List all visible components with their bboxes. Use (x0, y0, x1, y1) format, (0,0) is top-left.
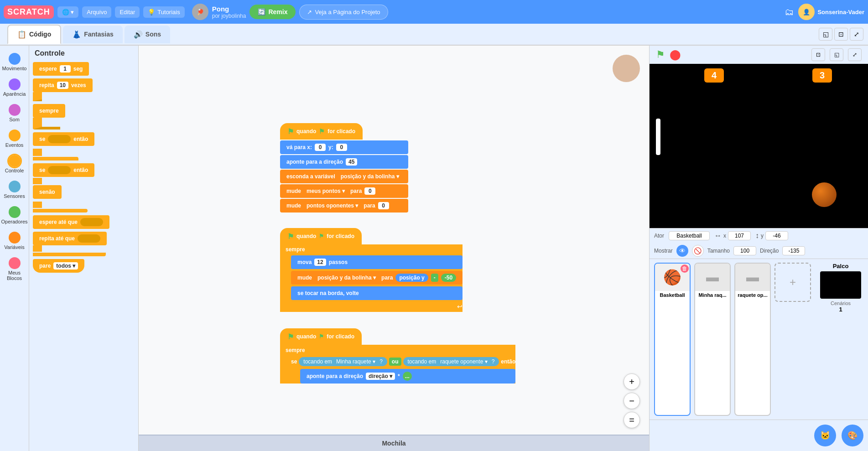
sidebar-label-eventos: Eventos (5, 142, 24, 148)
project-author: por joybolinha (212, 13, 246, 19)
sidebar-label-sensores: Sensores (4, 193, 25, 199)
shrink-stage-button[interactable]: ⊡ (834, 28, 848, 41)
sidebar-item-aparencia[interactable]: Aparência (1, 76, 28, 99)
controle-dot (9, 155, 21, 167)
block-se-entao-2[interactable]: se então (33, 163, 135, 177)
editar-button[interactable]: Editar (115, 6, 140, 18)
script-group-1: ⚑ quando ⚑ for clicado vá para x: 0 y: 0… (280, 123, 408, 213)
cmd-mude-posicao[interactable]: mude posição y da bolinha ▾ para posição… (291, 271, 463, 285)
cmd-esconda-variavel[interactable]: esconda a variável posição y da bolinha … (280, 170, 408, 183)
user-name: Sonserina-Vader (817, 9, 864, 16)
project-name-area: 🏓 Pong por joybolinha (192, 4, 246, 20)
stage-small-button[interactable]: ⊡ (811, 48, 825, 61)
sidebar-label-operadores: Operadores (1, 219, 27, 224)
cmd-borda[interactable]: se tocar na borda, volte (291, 286, 463, 300)
cmd-sempre-1[interactable]: sempre (280, 244, 463, 254)
x-input[interactable] (728, 231, 751, 240)
user-area[interactable]: 👤 Sonserina-Vader (798, 4, 864, 20)
sidebar-item-movimento[interactable]: Movimento (1, 50, 28, 74)
view-controls: ◱ ⊡ ⤢ (819, 28, 863, 41)
globe-button[interactable]: 🌐 ▾ (57, 6, 79, 18)
tab-sounds[interactable]: 🔊 Sons (125, 26, 170, 43)
sprite-thumb-basketball[interactable]: 🗑 🏀 Basketball (654, 263, 691, 416)
sprite-thumb-minha-raq[interactable]: ▬ Minha raq... (694, 263, 731, 416)
cmd-sempre-2[interactable]: sempre (280, 345, 515, 355)
sidebar-label-controle: Controle (5, 168, 24, 173)
sprite-action-buttons: 🐱 🎨 (650, 420, 868, 451)
tutorials-button[interactable]: 💡 Tutoriais (143, 6, 184, 18)
direcao-label: Direção (760, 248, 779, 254)
score-left: 4 (704, 68, 724, 83)
arquivo-button[interactable]: Arquivo (82, 6, 111, 18)
palco-label: Palco (833, 263, 849, 270)
sprites-list: 🗑 🏀 Basketball ▬ Minha raq... ▬ (650, 259, 868, 420)
block-pare[interactable]: pare todos ▾ (33, 259, 135, 273)
fullscreen-button[interactable]: ⤢ (850, 28, 863, 41)
block-repita[interactable]: repita 10 vezes (33, 78, 135, 101)
paint-icon-button[interactable]: 🎨 (842, 425, 863, 446)
x-group: ↔ x (714, 231, 751, 240)
stage-and-props: ⚑ ⬤ ⊡ ◱ ⤢ 4 3 Ator ↔ x (649, 46, 868, 451)
sidebar-item-eventos[interactable]: Eventos (1, 127, 28, 150)
cenarios-count: 1 (839, 306, 842, 313)
tab-code[interactable]: 📋 Código (7, 25, 61, 44)
size-input[interactable] (733, 246, 756, 255)
zoom-reset-button[interactable]: = (624, 412, 640, 428)
mostrar-label: Mostrar (654, 248, 673, 254)
sprite-delete-button[interactable]: 🗑 (681, 264, 689, 273)
sidebar-item-meus-blocos[interactable]: Meus Blocos (1, 254, 28, 284)
y-input[interactable] (765, 231, 788, 240)
block-espere-ate[interactable]: espere até que (33, 215, 135, 229)
y-group: ↕ y (755, 231, 788, 240)
cmd-aponte[interactable]: aponte para a direção 45 (280, 155, 408, 169)
stop-button[interactable]: ⬤ (670, 49, 681, 61)
scratch-logo[interactable]: SCRATCH (4, 5, 54, 19)
green-flag-button[interactable]: ⚑ (656, 49, 665, 61)
show-toggle-on[interactable]: 👁 (676, 245, 688, 257)
paddle-left (656, 119, 660, 155)
direction-input[interactable] (782, 246, 805, 255)
sprite-thumb-raquete-op[interactable]: ▬ raquete op... (734, 263, 771, 416)
mochila-bar[interactable]: Mochila (139, 435, 649, 451)
variaveis-dot (9, 232, 21, 244)
sidebar-item-operadores[interactable]: Operadores (1, 203, 28, 227)
cmd-va-para[interactable]: vá para x: 0 y: 0 (280, 140, 408, 154)
cmd-mude-pontos-oponentes[interactable]: mude pontos oponentes ▾ para 0 (280, 199, 408, 213)
block-se-entao-1[interactable]: se então (33, 132, 135, 146)
cmd-mova[interactable]: mova 12 passos (291, 255, 463, 269)
hat-block-3[interactable]: ⚑ quando ⚑ for clicado (280, 328, 362, 345)
sidebar-item-som[interactable]: Som (1, 101, 28, 125)
tab-costumes[interactable]: 👗 Fantasias (63, 26, 123, 43)
hat-block-2[interactable]: ⚑ quando ⚑ for clicado (280, 228, 362, 244)
script-area[interactable]: ⚑ quando ⚑ for clicado vá para x: 0 y: 0… (139, 46, 649, 451)
folder-button[interactable]: 🗂 (785, 7, 794, 17)
remix-icon: 🔄 (258, 8, 265, 16)
cmd-mude-meus-pontos[interactable]: mude meus pontos ▾ para 0 (280, 184, 408, 198)
stage-medium-button[interactable]: ◱ (830, 48, 843, 61)
block-repita-ate[interactable]: repita até que (33, 232, 135, 256)
project-title: Pong (212, 5, 246, 13)
block-senao[interactable]: senão (33, 185, 135, 199)
show-toggle-off[interactable]: 🚫 (692, 245, 704, 257)
hat-block-1[interactable]: ⚑ quando ⚑ for clicado (280, 123, 363, 140)
sidebar-label-aparencia: Aparência (3, 91, 26, 97)
stage-fullscreen-button[interactable]: ⤢ (848, 48, 862, 61)
cmd-aponte-dir[interactable]: aponte para a direção direção ▾ * ... (300, 369, 515, 384)
expand-stage-button[interactable]: ◱ (819, 28, 832, 41)
sidebar: Movimento Aparência Som Eventos Controle… (0, 46, 29, 451)
block-sempre[interactable]: sempre (33, 104, 135, 130)
view-page-button[interactable]: ↗ Veja a Página do Projeto (299, 5, 388, 20)
sidebar-label-variaveis: Variáveis (4, 244, 24, 250)
ator-input[interactable] (669, 231, 710, 240)
zoom-out-button[interactable]: − (624, 393, 640, 409)
sidebar-item-controle[interactable]: Controle (1, 152, 28, 176)
add-sprite-button[interactable]: + (774, 263, 811, 302)
zoom-in-button[interactable]: + (624, 373, 640, 390)
cmd-se-tocando[interactable]: se tocando em Minha raquete ▾ ? ou tocan… (291, 355, 515, 368)
cat-icon-button[interactable]: 🐱 (814, 425, 836, 446)
sidebar-item-sensores[interactable]: Sensores (1, 178, 28, 202)
sprite-thumb-label-raquete-op: raquete op... (736, 291, 769, 299)
block-espere[interactable]: espere 1 seg (33, 62, 135, 76)
sidebar-item-variaveis[interactable]: Variáveis (1, 229, 28, 253)
remix-button[interactable]: 🔄 Remix (249, 5, 296, 19)
